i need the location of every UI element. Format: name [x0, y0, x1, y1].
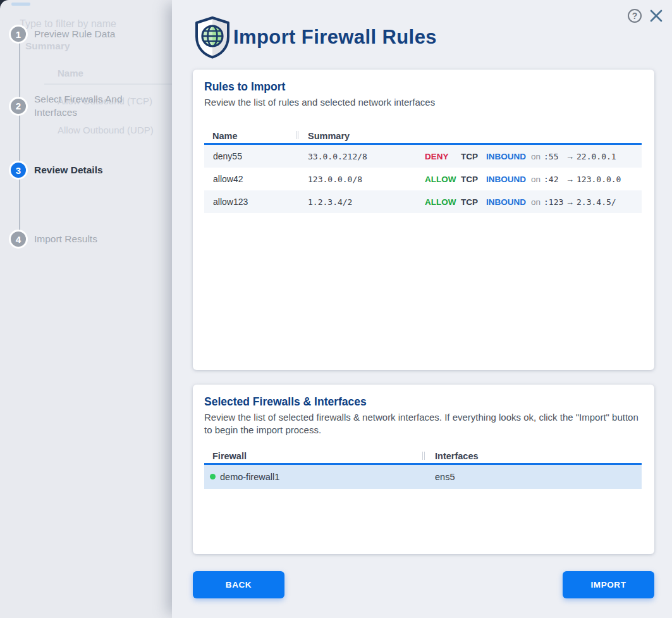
selected-firewalls-card: Selected Firewalls & Interfaces Review t…: [193, 385, 654, 554]
rule-protocol: TCP: [461, 197, 486, 207]
rules-card-title: Rules to Import: [204, 80, 642, 94]
step-4-circle: 4: [9, 230, 28, 249]
step-1-preview-rule-data[interactable]: 1 Preview Rule Data: [9, 25, 143, 44]
rule-row-allow123: allow123 1.2.3.4/2 ALLOW TCP INBOUND on …: [204, 190, 642, 213]
rule-direction: INBOUND: [486, 175, 531, 184]
rule-row-deny55: deny55 33.0.0.212/8 DENY TCP INBOUND on …: [204, 145, 642, 168]
ghost-name-label: Name: [58, 68, 83, 78]
page-title: Import Firewall Rules: [233, 26, 437, 49]
rule-source: 33.0.0.212/8: [308, 152, 425, 161]
shield-globe-icon: [193, 16, 232, 61]
firewall-name: demo-firewall1: [220, 472, 279, 482]
rule-direction: INBOUND: [486, 197, 531, 207]
step-3-label: Review Details: [34, 164, 103, 177]
rules-card-subtitle: Review the list of rules and selected ne…: [204, 96, 639, 109]
firewalls-card-title: Selected Firewalls & Interfaces: [204, 395, 642, 409]
import-firewall-rules-modal: Type to filter by name Summary Name Allo…: [0, 0, 672, 618]
rule-destination: 22.0.0.1: [577, 152, 642, 161]
import-button[interactable]: IMPORT: [563, 571, 654, 598]
firewall-row-demo-firewall1: demo-firewall1 ens5: [204, 465, 642, 489]
rule-on-label: on: [531, 197, 544, 207]
rule-protocol: TCP: [461, 175, 486, 184]
rules-table-header: Name Summary: [204, 129, 642, 145]
step-1-circle: 1: [9, 25, 28, 44]
rule-source: 123.0.0.0/8: [308, 175, 425, 184]
column-header-name: Name: [204, 131, 308, 141]
rule-name: allow42: [204, 174, 308, 184]
rule-name: deny55: [204, 151, 308, 161]
rule-direction: INBOUND: [486, 152, 531, 161]
rule-port: :42: [544, 175, 566, 184]
rule-on-label: on: [531, 152, 544, 161]
arrow-icon: →: [566, 152, 577, 161]
column-header-summary: Summary: [308, 131, 642, 141]
column-header-interfaces: Interfaces: [435, 451, 642, 461]
rule-source: 1.2.3.4/2: [308, 197, 425, 207]
back-button[interactable]: BACK: [193, 571, 284, 598]
rule-protocol: TCP: [461, 152, 486, 161]
rule-destination: 2.3.4.5/: [577, 197, 642, 207]
step-4-import-results[interactable]: 4 Import Results: [9, 230, 143, 249]
rule-action: ALLOW: [425, 175, 461, 184]
online-status-dot: [210, 474, 216, 479]
column-header-firewall: Firewall: [204, 451, 435, 461]
wizard-stepper-sidebar: Type to filter by name Summary Name Allo…: [0, 0, 172, 618]
ghost-divider: [44, 83, 172, 85]
rule-name: allow123: [204, 197, 308, 207]
rule-action: DENY: [425, 152, 461, 161]
firewalls-table-header: Firewall Interfaces: [204, 450, 642, 465]
rule-action: ALLOW: [425, 197, 461, 207]
review-details-panel: Import Firewall Rules ? Rules to Import …: [172, 0, 672, 618]
step-2-circle: 2: [9, 97, 28, 116]
ghost-rule-udp: Allow Outbound (UDP): [58, 125, 154, 135]
rule-destination: 123.0.0.0: [577, 175, 642, 184]
rule-port: :55: [544, 152, 566, 161]
column-resize-handle[interactable]: [296, 131, 298, 139]
rule-row-allow42: allow42 123.0.0.0/8 ALLOW TCP INBOUND on…: [204, 168, 642, 190]
arrow-icon: →: [566, 175, 577, 184]
step-3-circle: 3: [9, 161, 28, 180]
firewalls-card-subtitle: Review the list of selected firewalls & …: [204, 411, 639, 437]
step-1-label: Preview Rule Data: [34, 28, 143, 41]
rules-to-import-card: Rules to Import Review the list of rules…: [193, 70, 654, 370]
ghost-logo-fragment: [11, 3, 30, 6]
step-4-label: Import Results: [34, 233, 143, 246]
firewall-interfaces: ens5: [435, 472, 642, 482]
stepper-connector-line: [19, 36, 20, 241]
step-3-review-details[interactable]: 3 Review Details: [9, 161, 103, 180]
help-icon[interactable]: ?: [628, 9, 642, 23]
arrow-icon: →: [566, 197, 577, 207]
close-icon[interactable]: [648, 8, 664, 24]
column-resize-handle[interactable]: [422, 452, 425, 460]
rule-on-label: on: [531, 175, 544, 184]
step-2-label: Select Firewalls And Interfaces: [34, 93, 143, 120]
rule-port: :123: [544, 197, 566, 207]
step-2-select-firewalls[interactable]: 2 Select Firewalls And Interfaces: [9, 93, 143, 120]
